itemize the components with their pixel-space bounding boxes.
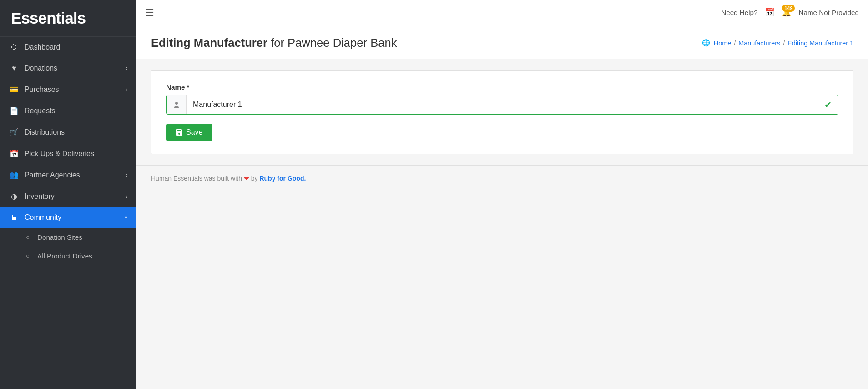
chevron-icon: ‹ (126, 193, 127, 200)
sidebar-item-community[interactable]: 🖥 Community ▾ (0, 207, 136, 228)
sidebar-item-label: Dashboard (25, 43, 60, 51)
sidebar-item-dashboard[interactable]: ⏱ Dashboard (0, 37, 136, 58)
breadcrumb-home[interactable]: Home (714, 40, 731, 47)
sidebar-item-label: Purchases (25, 86, 59, 94)
sidebar: Essentials ⏱ Dashboard ♥ Donations ‹ 💳 P… (0, 0, 136, 389)
sidebar-item-inventory[interactable]: ◑ Inventory ‹ (0, 186, 136, 207)
circle-icon: ○ (24, 253, 32, 259)
partner-agencies-icon: 👥 (9, 171, 19, 179)
heart-icon: ❤ (244, 175, 249, 182)
sidebar-item-purchases[interactable]: 💳 Purchases ‹ (0, 79, 136, 100)
sidebar-item-label: Requests (25, 107, 56, 115)
purchases-icon: 💳 (9, 85, 19, 94)
breadcrumb-current[interactable]: Editing Manufacturer 1 (787, 40, 853, 47)
breadcrumb-manufacturers[interactable]: Manufacturers (738, 40, 780, 47)
notification-badge: 149 (782, 5, 795, 12)
sidebar-item-distributions[interactable]: 🛒 Distributions (0, 121, 136, 143)
sidebar-item-label: Pick Ups & Deliveries (25, 150, 94, 158)
chevron-icon: ‹ (126, 65, 127, 71)
app-logo: Essentials (0, 0, 136, 37)
name-label: Name * (166, 83, 838, 91)
home-icon: 🌐 (702, 39, 710, 47)
chevron-icon: ‹ (126, 172, 127, 178)
main-content: ☰ Need Help? 📅 🔔 149 Name Not Provided E… (136, 0, 868, 389)
sidebar-item-label: Inventory (25, 192, 55, 201)
save-icon (176, 129, 182, 136)
name-field-group: Name * ✔ (166, 83, 838, 115)
requests-icon: 📄 (9, 106, 19, 115)
manufacturer-form: Name * ✔ Save (151, 70, 853, 154)
sidebar-item-partner-agencies[interactable]: 👥 Partner Agencies ‹ (0, 164, 136, 186)
help-link[interactable]: Need Help? (721, 9, 757, 16)
inventory-icon: ◑ (9, 192, 19, 201)
checkmark-icon: ✔ (818, 100, 838, 110)
sidebar-sub-item-label: All Product Drives (37, 252, 92, 260)
footer: Human Essentials was built with ❤ by Rub… (136, 165, 868, 191)
community-icon: 🖥 (9, 213, 19, 222)
sidebar-item-pickups[interactable]: 📅 Pick Ups & Deliveries (0, 143, 136, 164)
circle-icon: ○ (24, 234, 32, 241)
save-button[interactable]: Save (166, 124, 212, 141)
pickups-icon: 📅 (9, 149, 19, 158)
sidebar-item-label: Partner Agencies (25, 171, 80, 179)
dashboard-icon: ⏱ (9, 43, 19, 51)
breadcrumb: 🌐 Home / Manufacturers / Editing Manufac… (702, 39, 853, 47)
sidebar-item-label: Distributions (25, 128, 65, 136)
page-title: Editing Manufacturer for Pawnee Diaper B… (151, 36, 397, 50)
sidebar-item-label: Community (25, 213, 61, 222)
donations-icon: ♥ (9, 64, 19, 72)
sidebar-item-donation-sites[interactable]: ○ Donation Sites (0, 228, 136, 247)
calendar-icon[interactable]: 📅 (765, 8, 775, 17)
sidebar-sub-item-label: Donation Sites (37, 233, 82, 241)
sidebar-item-donations[interactable]: ♥ Donations ‹ (0, 58, 136, 79)
distributions-icon: 🛒 (9, 128, 19, 136)
ruby-for-good-link[interactable]: Ruby for Good. (259, 175, 306, 182)
menu-icon[interactable]: ☰ (146, 7, 154, 18)
sidebar-item-requests[interactable]: 📄 Requests (0, 100, 136, 121)
breadcrumb-separator: / (734, 40, 736, 47)
breadcrumb-separator: / (783, 40, 785, 47)
sidebar-item-label: Donations (25, 64, 57, 72)
user-menu[interactable]: Name Not Provided (798, 9, 859, 16)
sidebar-item-all-product-drives[interactable]: ○ All Product Drives (0, 247, 136, 265)
notifications-bell[interactable]: 🔔 149 (782, 8, 791, 17)
page-content: Editing Manufacturer for Pawnee Diaper B… (136, 25, 868, 389)
chevron-down-icon: ▾ (125, 214, 127, 221)
topbar: ☰ Need Help? 📅 🔔 149 Name Not Provided (136, 0, 868, 25)
chevron-icon: ‹ (126, 86, 127, 93)
name-input-wrapper: ✔ (166, 95, 838, 115)
user-icon (167, 95, 187, 114)
page-header: Editing Manufacturer for Pawnee Diaper B… (136, 25, 868, 59)
name-input[interactable] (187, 95, 818, 114)
